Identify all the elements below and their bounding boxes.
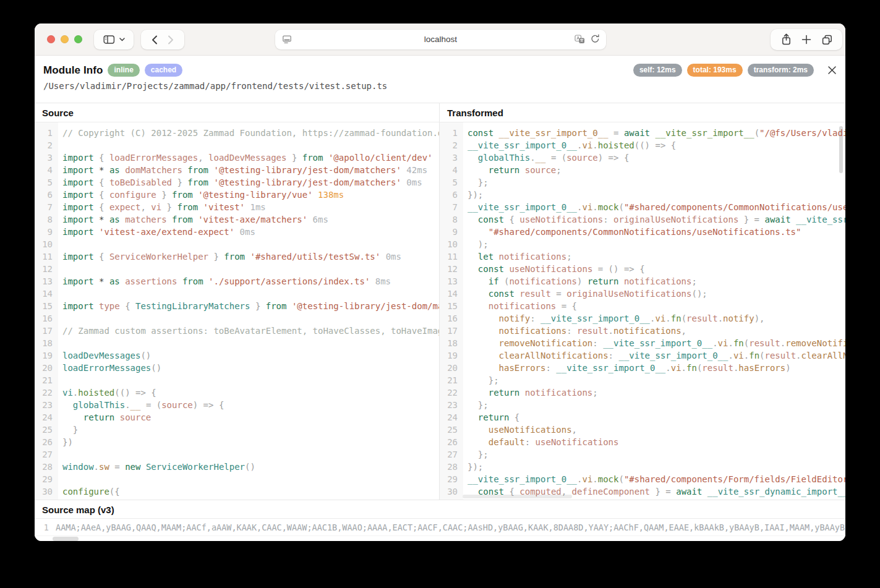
line-number: 19 [440,349,463,362]
forward-button[interactable] [168,35,174,45]
code-line: 6import { configure } from '@testing-lib… [35,189,439,201]
nav-buttons [141,30,184,49]
source-code: 1// Copyright (C) 2012-2025 Zammad Found… [35,122,439,500]
code-line: 17 notifications: result.notifications, [440,325,845,337]
code-line: 24 return source [35,411,439,424]
chevron-down-icon [119,38,125,41]
code-line: 25 useNotifications, [440,424,845,436]
line-number: 2 [440,139,463,151]
code-line: 10 [35,238,439,250]
reload-icon[interactable] [591,34,600,44]
code-line: 18 removeNotification: __vite_ssr_import… [440,337,845,349]
code-line: 7import { expect, vi } from 'vitest' 1ms [35,201,439,213]
code-line: 19 clearAllNotifications: __vite_ssr_imp… [440,349,845,362]
line-number: 16 [440,312,463,325]
line-number: 18 [440,337,463,349]
close-window-button[interactable] [47,35,55,43]
line-number: 2 [35,139,58,151]
transform-time-badge: transform: 2ms [748,64,814,77]
code-line: 26}) [35,436,439,448]
line-number: 22 [440,386,463,399]
code-line: 20 hasErrors: __vite_ssr_import_0__.vi.f… [440,362,845,374]
code-line: 22vi.hoisted(() => { [35,386,439,399]
total-time-badge: total: 193ms [687,64,743,77]
code-line: 26 default: useNotifications [440,436,845,448]
code-line: 3 globalThis.__ = (source) => { [440,151,845,164]
code-line: 19loadDevMessages() [35,349,439,362]
line-number: 29 [440,473,463,485]
line-number: 6 [35,189,58,201]
code-line: 5import { toBeDisabled } from '@testing-… [35,176,439,189]
line-number: 12 [440,263,463,275]
code-line: 2 [35,139,439,151]
line-number: 4 [35,164,58,176]
sourcemap-line: 1 AAMA;AAeA,yBAAG,QAAQ,MAAM;AACf,aAAW,KA… [35,519,845,536]
code-line: 9import 'vitest-axe/extend-expect' 0ms [35,226,439,238]
code-line: 23 }; [440,399,845,411]
code-line: 30configure({ [35,485,439,498]
line-number: 1 [35,522,53,532]
url-text: localhost [275,35,606,44]
minimize-window-button[interactable] [61,35,69,43]
line-number: 24 [35,411,58,424]
code-line: 11 let notifications; [440,250,845,263]
code-line: 13import * as assertions from './support… [35,275,439,288]
inline-badge: inline [108,64,139,77]
code-line: 22 return notifications; [440,386,845,399]
code-line: 27 }; [440,448,845,461]
code-line: 16 [35,312,439,325]
transformed-code: 1const __vite_ssr_import_0__ = await __v… [440,122,845,500]
sourcemap-horizontal-scrollbar[interactable] [53,537,79,541]
line-number: 20 [440,362,463,374]
code-line: 21 }; [440,374,845,386]
line-number: 1 [440,127,463,139]
code-line: 30 const { computed, defineComponent } =… [440,485,845,498]
line-number: 22 [35,386,58,399]
sidebar-toggle[interactable] [94,30,134,49]
line-number: 10 [35,238,58,250]
maximize-window-button[interactable] [74,35,82,43]
code-line: 29 [35,473,439,485]
code-line: 15import type { TestingLibraryMatchers }… [35,300,439,312]
code-line: 28}); [440,461,845,473]
code-line: 10 ); [440,238,845,250]
back-button[interactable] [152,35,158,45]
code-line: 8 const { useNotifications: originalUseN… [440,213,845,226]
line-number: 17 [35,325,58,337]
address-bar[interactable]: localhost [275,30,606,49]
module-file-path: /Users/vladimir/Projects/zammad/app/fron… [43,81,387,91]
code-line: 20loadErrorMessages() [35,362,439,374]
code-line: 24 return { [440,411,845,424]
line-number: 13 [35,275,58,288]
code-line: 13 if (notifications) return notificatio… [440,275,845,288]
self-time-badge: self: 12ms [633,64,682,77]
line-number: 7 [440,201,463,213]
code-line: 1const __vite_ssr_import_0__ = await __v… [440,127,845,139]
line-number: 25 [35,424,58,436]
line-number: 8 [35,213,58,226]
line-number: 10 [440,238,463,250]
new-tab-icon[interactable] [801,35,811,45]
line-number: 16 [35,312,58,325]
code-line: 12 const useNotifications = () => { [440,263,845,275]
translate-icon[interactable] [575,35,585,44]
code-line: 3import { loadErrorMessages, loadDevMess… [35,151,439,164]
code-line: 29__vite_ssr_import_0__.vi.mock("#shared… [440,473,845,485]
code-line: 23 globalThis.__ = (source) => { [35,399,439,411]
line-number: 26 [440,436,463,448]
line-number: 5 [440,176,463,189]
sidebar-icon [103,35,115,45]
line-number: 4 [440,164,463,176]
page-title: Module Info [43,64,103,77]
close-panel-button[interactable] [827,66,837,75]
transformed-panel: Transformed 1const __vite_ssr_import_0__… [439,103,845,500]
code-line: 27 [35,448,439,461]
code-line: 14 const result = originalUseNotificatio… [440,288,845,300]
share-icon[interactable] [781,33,792,46]
code-line: 28window.sw = new ServiceWorkerHelper() [35,461,439,473]
line-number: 14 [440,288,463,300]
line-number: 28 [35,461,58,473]
line-number: 21 [440,374,463,386]
browser-toolbar: localhost [35,23,845,56]
tab-overview-icon[interactable] [822,35,832,45]
